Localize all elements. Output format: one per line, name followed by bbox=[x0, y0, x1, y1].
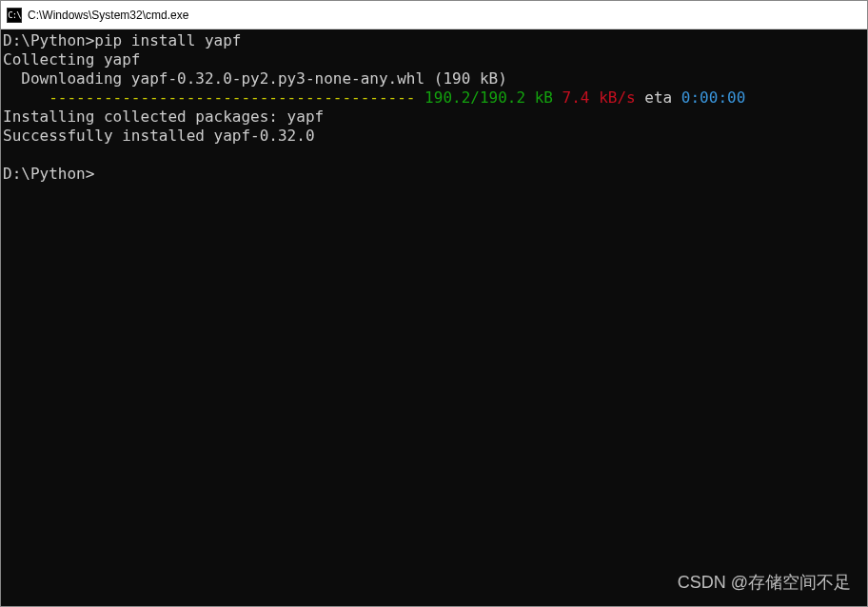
blank-line bbox=[3, 146, 865, 165]
titlebar[interactable]: C:\ C:\Windows\System32\cmd.exe bbox=[1, 1, 867, 29]
output-success: Successfully installed yapf-0.32.0 bbox=[3, 127, 865, 146]
output-installing: Installing collected packages: yapf bbox=[3, 108, 865, 127]
progress-size: 190.2/190.2 kB bbox=[424, 88, 553, 107]
progress-line: ----------------------------------------… bbox=[3, 88, 865, 108]
cmd-window: C:\ C:\Windows\System32\cmd.exe D:\Pytho… bbox=[0, 0, 868, 607]
output-downloading: Downloading yapf-0.32.0-py2.py3-none-any… bbox=[3, 69, 865, 88]
prompt: D:\Python> bbox=[3, 165, 94, 183]
cmd-icon: C:\ bbox=[7, 8, 22, 23]
output-collecting: Collecting yapf bbox=[3, 50, 865, 69]
progress-speed: 7.4 kB/s bbox=[553, 88, 636, 107]
progress-eta-time: 0:00:00 bbox=[681, 88, 745, 107]
terminal-output[interactable]: D:\Python>pip install yapfCollecting yap… bbox=[1, 29, 867, 606]
progress-eta-label: eta bbox=[636, 88, 681, 107]
command-text: pip install yapf bbox=[94, 31, 241, 49]
progress-bar: ---------------------------------------- bbox=[49, 88, 424, 107]
prompt: D:\Python> bbox=[3, 31, 94, 49]
window-title: C:\Windows\System32\cmd.exe bbox=[28, 9, 188, 22]
